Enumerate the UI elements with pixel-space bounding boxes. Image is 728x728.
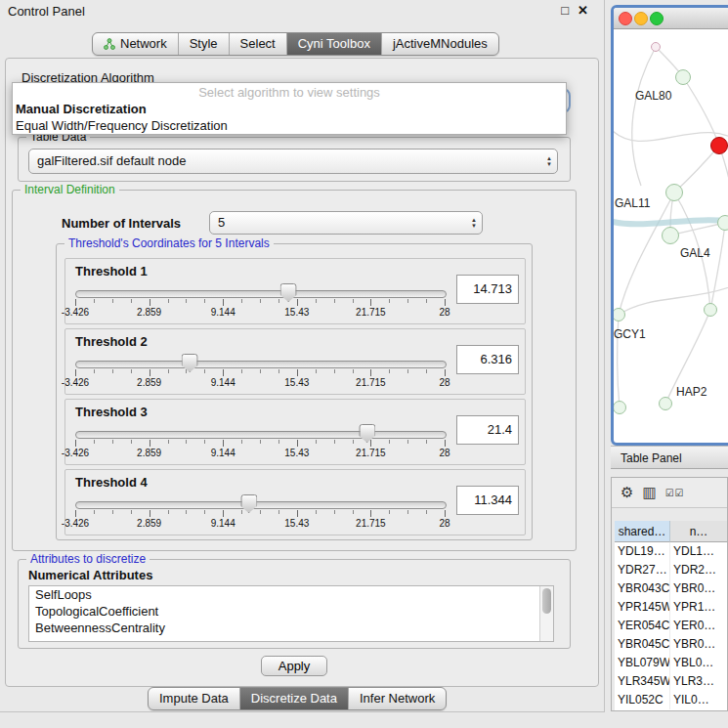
column-header[interactable]: shared…: [615, 521, 670, 542]
table-cell[interactable]: YDL19…: [615, 542, 670, 561]
threshold-2-value[interactable]: 6.316: [456, 345, 519, 374]
list-scrollbar[interactable]: [539, 586, 553, 641]
table-cell[interactable]: YER0…: [670, 617, 727, 635]
tick-mark: [204, 440, 205, 444]
threshold-2-slider[interactable]: -3.4262.8599.14415.4321.71528: [75, 353, 445, 390]
table-row[interactable]: YBL079WYBL0…: [615, 654, 727, 672]
tick-mark: [426, 369, 427, 373]
table-cell[interactable]: YIL052C: [615, 691, 670, 709]
dropdown-option-manual-discretization[interactable]: Manual Discretization: [13, 101, 566, 117]
table-row[interactable]: YIL052CYIL0…: [615, 691, 727, 709]
network-node[interactable]: [704, 303, 717, 317]
tick-mark: [186, 510, 187, 514]
table-cell[interactable]: YBR043C: [615, 579, 670, 598]
tick-mark: [150, 510, 150, 517]
slider-track[interactable]: [75, 361, 447, 368]
table-cell[interactable]: YDR2…: [670, 561, 727, 579]
scale-label: 9.144: [211, 448, 236, 458]
tab-label: Style: [190, 33, 218, 55]
tab-discretize-data[interactable]: Discretize Data: [239, 688, 348, 709]
scrollbar-thumb[interactable]: [542, 588, 551, 614]
tab-cyni-toolbox[interactable]: Cyni Toolbox: [286, 33, 381, 55]
close-traffic-light-icon[interactable]: [619, 12, 632, 25]
scale-label: -3.426: [62, 377, 89, 388]
table-cell[interactable]: YIL0…: [670, 691, 727, 709]
table-row[interactable]: YPR145WYPR1…: [615, 598, 727, 617]
table-panel-titlebar[interactable]: Table Panel: [611, 446, 728, 469]
apply-button[interactable]: Apply: [261, 656, 327, 676]
threshold-1-slider[interactable]: -3.4262.8599.14415.4321.71528: [75, 282, 445, 320]
tick-mark: [204, 369, 205, 373]
table-cell[interactable]: YBR0…: [670, 635, 727, 654]
table-cell[interactable]: YBL079W: [615, 654, 670, 672]
tab-infer-network[interactable]: Infer Network: [348, 688, 446, 709]
zoom-traffic-light-icon[interactable]: [650, 12, 664, 25]
table-cell[interactable]: YLR3…: [670, 672, 727, 691]
table-cell[interactable]: YLR345W: [615, 672, 670, 691]
select-all-icon[interactable]: ☑☑: [665, 488, 685, 498]
table-cell[interactable]: YBR0…: [670, 579, 727, 598]
network-node[interactable]: [659, 397, 672, 410]
float-window-icon[interactable]: □: [561, 3, 569, 18]
table-cell[interactable]: YDL1…: [670, 542, 727, 561]
tick-mark: [316, 510, 317, 514]
table-cell[interactable]: YDR27…: [615, 561, 670, 579]
slider-track[interactable]: [75, 501, 447, 509]
columns-icon[interactable]: ▥: [642, 484, 656, 501]
table-cell[interactable]: YER054C: [615, 617, 670, 635]
tick-mark: [223, 369, 224, 376]
threshold-4-slider[interactable]: -3.4262.8599.14415.4321.71528: [75, 493, 445, 531]
table-row[interactable]: YDL19…YDL1…: [615, 542, 727, 561]
table-cell[interactable]: YPR145W: [615, 598, 670, 617]
tab-jactivemnodules[interactable]: jActiveMNodules: [381, 33, 498, 55]
network-node[interactable]: [675, 69, 691, 85]
table-header-row: shared…n…: [615, 521, 727, 542]
scale-label: -3.426: [62, 518, 89, 529]
slider-track[interactable]: [75, 431, 447, 439]
table-data-combobox[interactable]: galFiltered.sif default node ▲ ▼: [28, 149, 558, 174]
minimize-traffic-light-icon[interactable]: [634, 12, 648, 25]
close-icon[interactable]: ✕: [578, 3, 588, 18]
network-node[interactable]: [717, 215, 728, 231]
node-label: HAP2: [676, 385, 707, 399]
table-row[interactable]: YBR043CYBR0…: [615, 579, 727, 598]
gear-icon[interactable]: ⚙: [621, 484, 633, 501]
table-cell[interactable]: YBL0…: [670, 654, 727, 672]
tab-select[interactable]: Select: [229, 33, 286, 55]
tick-mark: [407, 299, 408, 303]
network-node[interactable]: [662, 227, 679, 244]
table-cell[interactable]: YPR1…: [670, 598, 727, 617]
list-item[interactable]: SelfLoops: [29, 586, 553, 603]
numerical-attributes-list[interactable]: SelfLoops TopologicalCoefficient Between…: [28, 585, 554, 642]
tab-style[interactable]: Style: [178, 33, 229, 55]
network-node[interactable]: [651, 42, 661, 52]
slider-track[interactable]: [75, 290, 447, 298]
dropdown-option-equal-width-frequency[interactable]: Equal Width/Frequency Discretization: [13, 117, 566, 134]
list-item[interactable]: TopologicalCoefficient: [29, 603, 553, 620]
table-row[interactable]: YBR045CYBR0…: [615, 635, 727, 654]
network-node[interactable]: [665, 184, 683, 201]
list-item[interactable]: BetweennessCentrality: [29, 620, 553, 636]
tick-mark: [334, 369, 335, 373]
tick-mark: [334, 440, 335, 444]
selected-network-node[interactable]: [710, 137, 728, 154]
scale-label: 9.144: [211, 377, 236, 388]
network-canvas[interactable]: GAL80GAL11GAL4GCY1HAP2: [614, 29, 728, 423]
tick-mark: [131, 440, 132, 444]
threshold-3-value[interactable]: 21.4: [456, 415, 519, 445]
tick-mark: [389, 440, 390, 444]
tick-mark: [112, 440, 113, 444]
threshold-3-slider[interactable]: -3.4262.8599.14415.4321.71528: [75, 423, 445, 460]
table-cell[interactable]: YBR045C: [615, 635, 670, 654]
column-header[interactable]: n…: [670, 521, 727, 542]
table-row[interactable]: YLR345WYLR3…: [615, 672, 727, 691]
number-of-intervals-combobox[interactable]: 5 ▲ ▼: [209, 211, 483, 235]
tab-network[interactable]: Network: [93, 33, 178, 55]
threshold-4-value[interactable]: 11.344: [456, 486, 519, 515]
table-row[interactable]: YDR27…YDR2…: [615, 561, 727, 579]
table-row[interactable]: YER054CYER0…: [615, 617, 727, 635]
threshold-2-panel: Threshold 2 -3.4262.8599.14415.4321.7152…: [64, 328, 526, 395]
tick-mark: [94, 299, 95, 303]
tab-impute-data[interactable]: Impute Data: [149, 688, 239, 709]
threshold-1-value[interactable]: 14.713: [456, 275, 519, 304]
